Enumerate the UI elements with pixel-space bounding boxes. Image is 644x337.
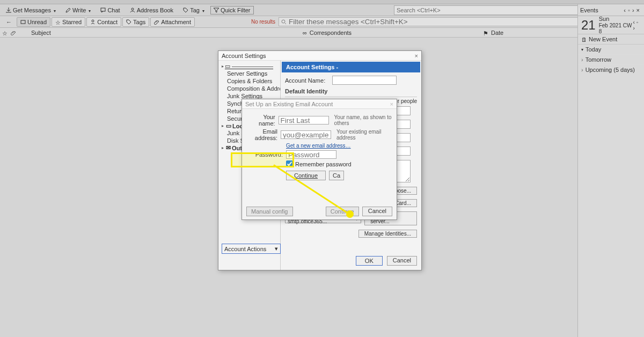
name-input[interactable] [279,116,329,124]
tree-server-settings[interactable]: Server Settings [219,70,279,77]
account-name-label: Account Name: [285,77,329,84]
prev-icon[interactable]: ‹ [624,7,626,13]
download-icon [6,8,11,13]
ok-button[interactable]: OK [356,256,383,266]
manual-config-button[interactable]: Manual config [246,207,293,216]
calendar-plus-icon: 🗓 [581,36,587,42]
email-hint: Your existing email address [336,129,392,141]
account-actions-dropdown[interactable]: Account Actions▾ [222,244,281,254]
svg-point-5 [282,20,285,23]
setup-account-dialog: Set Up an Existing Email Account× Your n… [241,99,397,220]
search-icon [281,19,287,25]
filter-toolbar: ← Unread ☆ Starred Contact Tags Attachme… [0,16,644,28]
name-label: Your name: [246,114,275,127]
day-name: Sun [599,16,633,22]
write-button[interactable]: Write [62,5,94,15]
address-book-label: Address Book [137,7,173,13]
continue-top-button[interactable]: Continue [286,171,326,180]
get-messages-button[interactable]: Get Messages [2,5,60,15]
tree-account-root[interactable]: ▭ ——————— [219,63,279,70]
contact-icon [90,19,96,25]
tree-copies-folders[interactable]: Copies & Folders [219,77,279,85]
addressbook-icon [130,8,135,13]
cancel-button[interactable]: Cancel [387,256,417,266]
events-sidebar: Events ‹ ◦ › × 21 Sun Feb 2021 CW 8 ‹ ◦ … [577,4,644,337]
filter-unread[interactable]: Unread [17,17,50,27]
chat-label: Chat [107,7,120,13]
chat-button[interactable]: Chat [97,5,123,15]
tree-composition[interactable]: Composition & Addressing [219,85,279,92]
password-input[interactable] [286,150,336,159]
continue-button[interactable]: Continue [326,207,359,216]
pencil-icon [65,8,71,13]
svg-rect-0 [101,8,105,11]
main-toolbar: Get Messages Write Chat Address Book Tag… [0,4,644,16]
dialog-title: Set Up an Existing Email Account [245,101,333,107]
chat-icon [100,8,106,13]
cancel-top-button[interactable]: Ca [329,171,344,180]
tag-label: Tag [190,7,200,13]
upcoming-section[interactable]: Upcoming (5 days) [578,65,644,75]
back-button[interactable]: ← [2,17,16,27]
svg-rect-3 [21,20,25,24]
tag-icon [126,19,131,25]
date-column[interactable]: ⚑Date [483,30,580,36]
message-filter-input[interactable] [289,18,587,26]
account-name-input[interactable] [332,76,397,85]
close-icon[interactable]: × [636,7,640,13]
get-messages-label: Get Messages [13,7,51,13]
subject-column[interactable]: Subject [31,30,299,36]
message-filter-box[interactable] [279,17,590,26]
events-title: Events [580,7,598,13]
tomorrow-section[interactable]: Tomorrow [578,55,644,65]
unread-icon [20,19,26,25]
filter-contact[interactable]: Contact [86,17,121,27]
star-icon: ☆ [55,19,61,25]
day-number: 21 [581,18,596,33]
filter-attachment[interactable]: Attachment [150,17,195,27]
cancel-button[interactable]: Cancel [362,207,392,216]
write-label: Write [72,7,86,13]
next-icon[interactable]: › [632,7,634,13]
month-line: Feb 2021 CW 8 [599,23,633,34]
remember-password-checkbox[interactable]: Remember password [286,160,352,167]
quick-filter-label: Quick Filter [221,7,251,13]
date-display: 21 Sun Feb 2021 CW 8 ‹ ◦ › [578,16,644,34]
new-address-link[interactable]: Get a new email address… [286,143,351,149]
name-hint: Your name, as shown to others [334,114,392,126]
column-headers: ☆ Subject ∞Correspondents ⚑Date [0,28,644,38]
manage-identities-button[interactable]: Manage Identities... [358,230,417,238]
close-icon[interactable]: × [390,101,393,107]
email-label: Email address: [246,128,277,141]
today-dot-icon[interactable]: ◦ [628,7,630,13]
email-input[interactable] [281,130,331,139]
filter-starred[interactable]: ☆ Starred [52,17,85,27]
correspondents-column[interactable]: ∞Correspondents [303,30,480,36]
today-section[interactable]: ▾Today [578,45,644,55]
tag-button[interactable]: Tag [179,5,208,15]
funnel-icon [214,8,219,13]
star-col-icon[interactable]: ☆ [2,30,8,35]
close-icon[interactable]: × [415,53,418,59]
tag-icon [183,8,188,13]
paperclip-icon [154,19,159,25]
new-event-button[interactable]: 🗓 New Event [578,34,644,45]
flag-icon: ⚑ [483,30,488,35]
default-identity-header: Default Identity [281,87,421,96]
no-results-label: No results [251,19,275,25]
svg-point-4 [92,20,94,22]
dialog-title: Account Settings [222,53,266,59]
section-header: Account Settings - [282,62,420,72]
attachment-col-icon[interactable] [11,30,16,35]
address-book-button[interactable]: Address Book [126,5,177,15]
filter-tags[interactable]: Tags [122,17,149,27]
svg-point-1 [131,8,134,10]
password-label: Password: [246,151,283,158]
quick-filter-button[interactable]: Quick Filter [210,6,254,14]
